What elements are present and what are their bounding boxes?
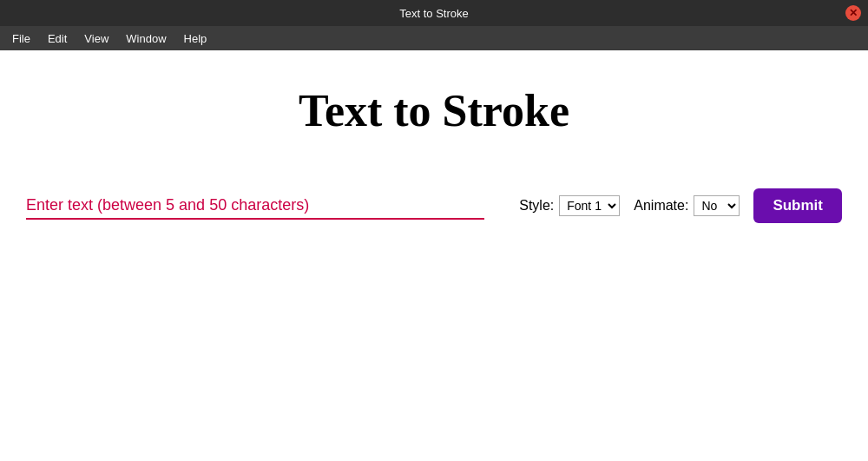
style-label: Style: [519, 198, 554, 214]
window-title: Text to Stroke [399, 7, 468, 20]
main-content: Text to Stroke Style: Font 1 Font 2 Font… [0, 50, 868, 461]
animate-select[interactable]: No Yes [694, 195, 740, 216]
style-select[interactable]: Font 1 Font 2 Font 3 [559, 195, 620, 216]
text-input[interactable] [26, 193, 484, 220]
controls-row: Style: Font 1 Font 2 Font 3 Animate: No … [0, 188, 868, 223]
menu-bar: File Edit View Window Help [0, 26, 868, 50]
menu-view[interactable]: View [76, 29, 117, 49]
animate-label: Animate: [634, 198, 688, 214]
submit-button[interactable]: Submit [753, 188, 842, 223]
close-button[interactable]: ✕ [845, 5, 861, 21]
title-bar: Text to Stroke ✕ [0, 0, 868, 26]
menu-file[interactable]: File [3, 29, 39, 49]
menu-window[interactable]: Window [117, 29, 174, 49]
page-title: Text to Stroke [299, 85, 569, 136]
menu-help[interactable]: Help [175, 29, 216, 49]
menu-edit[interactable]: Edit [39, 29, 76, 49]
